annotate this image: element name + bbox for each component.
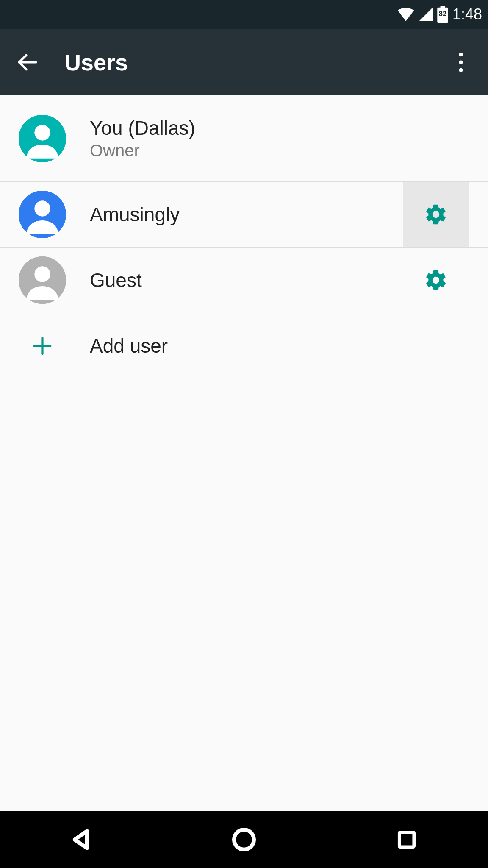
battery-level: 82 — [439, 10, 446, 18]
users-list: You (Dallas) Owner Amusingly Guest — [0, 95, 488, 811]
status-bar: 82 1:48 — [0, 0, 488, 29]
user-row[interactable]: Amusingly — [0, 182, 488, 248]
avatar-icon — [19, 115, 66, 162]
status-time: 1:48 — [452, 6, 482, 23]
user-settings-button[interactable] — [403, 248, 469, 313]
svg-point-2 — [459, 60, 463, 64]
wifi-icon — [397, 8, 414, 21]
user-settings-button[interactable] — [403, 182, 469, 247]
user-name: You (Dallas) — [90, 117, 488, 139]
battery-icon: 82 — [437, 6, 448, 23]
back-button[interactable] — [10, 45, 44, 79]
svg-point-1 — [459, 53, 463, 56]
svg-point-5 — [34, 125, 50, 140]
user-name: Guest — [90, 269, 403, 292]
svg-point-9 — [34, 266, 50, 282]
avatar-icon — [19, 191, 66, 238]
avatar-icon — [19, 256, 66, 304]
app-bar: Users — [0, 29, 488, 95]
overflow-menu-button[interactable] — [444, 45, 478, 79]
cell-signal-icon — [419, 8, 433, 21]
svg-point-12 — [234, 829, 254, 849]
plus-icon — [19, 322, 66, 370]
add-user-label: Add user — [90, 334, 488, 357]
page-title: Users — [64, 49, 444, 75]
navigation-bar — [0, 811, 488, 868]
nav-recent-button[interactable] — [360, 811, 453, 868]
add-user-button[interactable]: Add user — [0, 313, 488, 378]
svg-point-3 — [459, 68, 463, 72]
nav-back-button[interactable] — [35, 811, 128, 868]
user-role: Owner — [90, 141, 488, 160]
user-row-owner[interactable]: You (Dallas) Owner — [0, 95, 488, 182]
user-row-guest[interactable]: Guest — [0, 248, 488, 313]
svg-rect-13 — [399, 832, 414, 847]
svg-point-7 — [34, 200, 50, 216]
nav-home-button[interactable] — [197, 811, 291, 868]
user-name: Amusingly — [90, 203, 403, 226]
